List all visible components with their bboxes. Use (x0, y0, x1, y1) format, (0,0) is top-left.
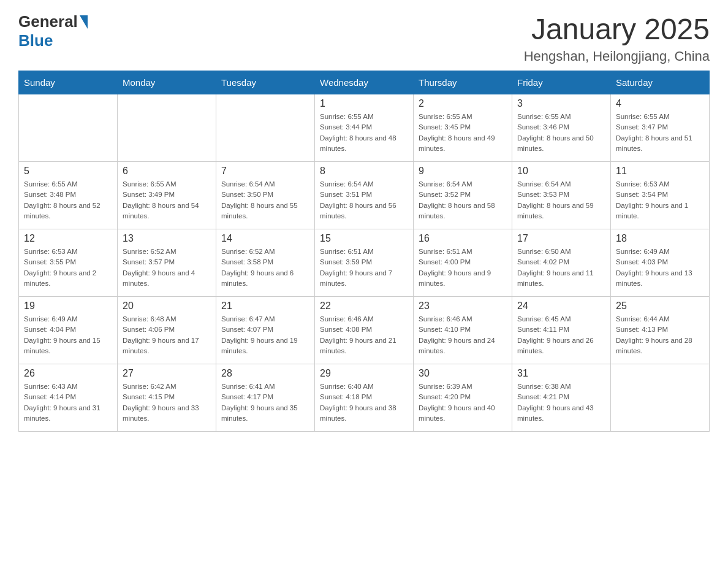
calendar-week-4: 19Sunrise: 6:49 AMSunset: 4:04 PMDayligh… (19, 297, 710, 364)
day-info: Sunrise: 6:51 AMSunset: 4:00 PMDaylight:… (419, 247, 507, 289)
day-info: Sunrise: 6:55 AMSunset: 3:46 PMDaylight:… (517, 112, 605, 154)
weekday-header-thursday: Thursday (414, 71, 512, 94)
calendar-cell: 18Sunrise: 6:49 AMSunset: 4:03 PMDayligh… (611, 229, 710, 297)
day-info: Sunrise: 6:41 AMSunset: 4:17 PMDaylight:… (221, 381, 309, 424)
calendar-cell: 24Sunrise: 6:45 AMSunset: 4:11 PMDayligh… (512, 297, 611, 364)
calendar-cell: 30Sunrise: 6:39 AMSunset: 4:20 PMDayligh… (414, 364, 512, 432)
day-info: Sunrise: 6:44 AMSunset: 4:13 PMDaylight:… (616, 314, 704, 356)
day-info: Sunrise: 6:51 AMSunset: 3:59 PMDaylight:… (320, 247, 408, 289)
calendar-cell: 5Sunrise: 6:55 AMSunset: 3:48 PMDaylight… (19, 162, 118, 229)
day-number: 19 (24, 301, 112, 312)
day-info: Sunrise: 6:48 AMSunset: 4:06 PMDaylight:… (123, 314, 211, 356)
calendar-cell: 10Sunrise: 6:54 AMSunset: 3:53 PMDayligh… (512, 162, 611, 229)
day-number: 20 (123, 301, 211, 312)
day-number: 24 (517, 301, 605, 312)
day-number: 6 (123, 166, 211, 177)
day-number: 25 (616, 301, 704, 312)
day-number: 10 (517, 166, 605, 177)
day-info: Sunrise: 6:52 AMSunset: 3:57 PMDaylight:… (123, 247, 211, 289)
day-info: Sunrise: 6:38 AMSunset: 4:21 PMDaylight:… (517, 381, 605, 424)
day-number: 1 (320, 98, 408, 109)
day-info: Sunrise: 6:50 AMSunset: 4:02 PMDaylight:… (517, 247, 605, 289)
weekday-header-wednesday: Wednesday (315, 71, 414, 94)
day-info: Sunrise: 6:54 AMSunset: 3:52 PMDaylight:… (419, 179, 507, 221)
calendar-cell: 22Sunrise: 6:46 AMSunset: 4:08 PMDayligh… (315, 297, 414, 364)
day-number: 2 (419, 98, 507, 109)
weekday-header-friday: Friday (512, 71, 611, 94)
day-number: 5 (24, 166, 112, 177)
calendar-cell: 26Sunrise: 6:43 AMSunset: 4:14 PMDayligh… (19, 364, 118, 432)
calendar-cell: 27Sunrise: 6:42 AMSunset: 4:15 PMDayligh… (118, 364, 216, 432)
day-number: 11 (616, 166, 704, 177)
day-info: Sunrise: 6:53 AMSunset: 3:54 PMDaylight:… (616, 179, 704, 221)
day-info: Sunrise: 6:52 AMSunset: 3:58 PMDaylight:… (221, 247, 309, 289)
weekday-header-tuesday: Tuesday (216, 71, 315, 94)
day-info: Sunrise: 6:40 AMSunset: 4:18 PMDaylight:… (320, 381, 408, 424)
day-info: Sunrise: 6:55 AMSunset: 3:44 PMDaylight:… (320, 112, 408, 154)
calendar-cell (611, 364, 710, 432)
calendar-week-1: 1Sunrise: 6:55 AMSunset: 3:44 PMDaylight… (19, 94, 710, 162)
day-number: 16 (419, 233, 507, 244)
calendar-cell (19, 94, 118, 162)
day-number: 29 (320, 368, 408, 379)
logo: General Blue (18, 12, 88, 50)
day-number: 26 (24, 368, 112, 379)
day-number: 21 (221, 301, 309, 312)
calendar-cell: 14Sunrise: 6:52 AMSunset: 3:58 PMDayligh… (216, 229, 315, 297)
calendar-cell: 25Sunrise: 6:44 AMSunset: 4:13 PMDayligh… (611, 297, 710, 364)
calendar-cell (216, 94, 315, 162)
day-number: 8 (320, 166, 408, 177)
day-info: Sunrise: 6:55 AMSunset: 3:49 PMDaylight:… (123, 179, 211, 221)
day-number: 22 (320, 301, 408, 312)
day-info: Sunrise: 6:42 AMSunset: 4:15 PMDaylight:… (123, 381, 211, 424)
calendar-cell: 7Sunrise: 6:54 AMSunset: 3:50 PMDaylight… (216, 162, 315, 229)
day-number: 28 (221, 368, 309, 379)
page-header: General Blue January 2025 Hengshan, Heil… (18, 12, 710, 64)
weekday-header-monday: Monday (118, 71, 216, 94)
day-number: 17 (517, 233, 605, 244)
day-number: 3 (517, 98, 605, 109)
weekday-header-saturday: Saturday (611, 71, 710, 94)
calendar-cell (118, 94, 216, 162)
calendar-subtitle: Hengshan, Heilongjiang, China (524, 48, 710, 64)
day-info: Sunrise: 6:43 AMSunset: 4:14 PMDaylight:… (24, 381, 112, 424)
calendar-cell: 2Sunrise: 6:55 AMSunset: 3:45 PMDaylight… (414, 94, 512, 162)
day-info: Sunrise: 6:55 AMSunset: 3:45 PMDaylight:… (419, 112, 507, 154)
calendar-cell: 1Sunrise: 6:55 AMSunset: 3:44 PMDaylight… (315, 94, 414, 162)
day-info: Sunrise: 6:49 AMSunset: 4:03 PMDaylight:… (616, 247, 704, 289)
day-number: 4 (616, 98, 704, 109)
calendar-cell: 16Sunrise: 6:51 AMSunset: 4:00 PMDayligh… (414, 229, 512, 297)
day-info: Sunrise: 6:54 AMSunset: 3:50 PMDaylight:… (221, 179, 309, 221)
day-number: 18 (616, 233, 704, 244)
calendar-table: SundayMondayTuesdayWednesdayThursdayFrid… (18, 71, 710, 432)
calendar-cell: 28Sunrise: 6:41 AMSunset: 4:17 PMDayligh… (216, 364, 315, 432)
day-number: 27 (123, 368, 211, 379)
day-info: Sunrise: 6:53 AMSunset: 3:55 PMDaylight:… (24, 247, 112, 289)
calendar-cell: 13Sunrise: 6:52 AMSunset: 3:57 PMDayligh… (118, 229, 216, 297)
calendar-cell: 23Sunrise: 6:46 AMSunset: 4:10 PMDayligh… (414, 297, 512, 364)
calendar-cell: 20Sunrise: 6:48 AMSunset: 4:06 PMDayligh… (118, 297, 216, 364)
day-number: 30 (419, 368, 507, 379)
calendar-week-5: 26Sunrise: 6:43 AMSunset: 4:14 PMDayligh… (19, 364, 710, 432)
day-info: Sunrise: 6:45 AMSunset: 4:11 PMDaylight:… (517, 314, 605, 356)
title-section: January 2025 Hengshan, Heilongjiang, Chi… (524, 12, 710, 64)
calendar-title: January 2025 (524, 12, 710, 46)
day-number: 23 (419, 301, 507, 312)
day-info: Sunrise: 6:39 AMSunset: 4:20 PMDaylight:… (419, 381, 507, 424)
calendar-cell: 6Sunrise: 6:55 AMSunset: 3:49 PMDaylight… (118, 162, 216, 229)
day-number: 7 (221, 166, 309, 177)
logo-blue-text: Blue (18, 31, 53, 50)
calendar-cell: 15Sunrise: 6:51 AMSunset: 3:59 PMDayligh… (315, 229, 414, 297)
calendar-cell: 4Sunrise: 6:55 AMSunset: 3:47 PMDaylight… (611, 94, 710, 162)
weekday-header-sunday: Sunday (19, 71, 118, 94)
logo-arrow-icon (80, 15, 88, 29)
day-info: Sunrise: 6:46 AMSunset: 4:10 PMDaylight:… (419, 314, 507, 356)
day-info: Sunrise: 6:55 AMSunset: 3:48 PMDaylight:… (24, 179, 112, 221)
day-info: Sunrise: 6:46 AMSunset: 4:08 PMDaylight:… (320, 314, 408, 356)
calendar-cell: 12Sunrise: 6:53 AMSunset: 3:55 PMDayligh… (19, 229, 118, 297)
calendar-cell: 3Sunrise: 6:55 AMSunset: 3:46 PMDaylight… (512, 94, 611, 162)
day-number: 31 (517, 368, 605, 379)
weekday-header-row: SundayMondayTuesdayWednesdayThursdayFrid… (19, 71, 710, 94)
calendar-cell: 17Sunrise: 6:50 AMSunset: 4:02 PMDayligh… (512, 229, 611, 297)
calendar-cell: 19Sunrise: 6:49 AMSunset: 4:04 PMDayligh… (19, 297, 118, 364)
